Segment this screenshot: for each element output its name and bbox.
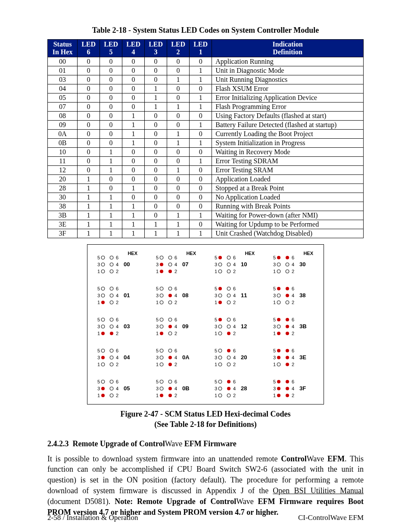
svg-point-94 (160, 318, 163, 321)
svg-text:1: 1 (215, 269, 217, 274)
svg-text:1: 1 (273, 331, 276, 336)
th-led4: LED4 (122, 40, 145, 57)
svg-text:3: 3 (273, 324, 276, 329)
cell-l4: 0 (122, 93, 145, 103)
cell-hex: 38 (48, 202, 78, 211)
svg-point-98 (160, 325, 163, 328)
svg-text:5: 5 (97, 348, 100, 353)
svg-point-151 (218, 294, 222, 297)
svg-text:4: 4 (233, 324, 236, 329)
svg-text:5: 5 (273, 317, 276, 322)
cell-l3: 0 (145, 193, 167, 202)
cell-l1: 0 (190, 202, 212, 211)
cell-l5: 0 (100, 130, 122, 139)
svg-text:3: 3 (97, 324, 100, 329)
cell-l1: 1 (190, 121, 212, 130)
cell-l4: 1 (122, 184, 145, 193)
cell-l4: 0 (122, 166, 145, 175)
svg-text:07: 07 (182, 261, 188, 268)
svg-text:6: 6 (292, 348, 294, 353)
cell-l2: 0 (167, 66, 190, 75)
svg-point-77 (168, 270, 172, 273)
svg-text:09: 09 (182, 323, 188, 330)
svg-point-142 (218, 270, 222, 273)
section-body: It is possible to download system firmwa… (47, 454, 364, 518)
table-row: 07000111Flash Programming Error (48, 103, 364, 112)
svg-point-195 (227, 394, 230, 397)
svg-text:5: 5 (156, 255, 159, 260)
cell-l6: 0 (78, 84, 100, 93)
svg-point-178 (227, 356, 230, 359)
cell-hex: 0B (48, 139, 78, 148)
svg-point-23 (101, 301, 105, 304)
svg-text:5: 5 (97, 379, 100, 384)
cell-l1: 1 (190, 75, 212, 84)
cell-l4: 0 (122, 66, 145, 75)
cell-l5: 0 (100, 84, 122, 93)
cell-l3: 0 (145, 75, 167, 84)
table-row: 3B111011Waiting for Power-down (after NM… (48, 211, 364, 220)
cell-l2: 1 (167, 75, 190, 84)
svg-text:4: 4 (116, 324, 118, 329)
svg-point-3 (110, 256, 113, 259)
svg-text:5: 5 (273, 255, 276, 260)
svg-text:2: 2 (174, 300, 177, 305)
svg-text:1: 1 (156, 331, 159, 336)
cell-l1: 1 (190, 157, 212, 166)
cell-l3: 0 (145, 202, 167, 211)
svg-point-62 (101, 394, 105, 397)
svg-text:3: 3 (156, 355, 159, 360)
led-block: 56341205 (96, 375, 139, 400)
svg-point-148 (227, 287, 230, 290)
svg-text:2: 2 (233, 300, 236, 305)
svg-text:6: 6 (174, 255, 177, 260)
svg-point-177 (218, 356, 222, 359)
table-row: 12010010Error Testing SRAM (48, 166, 364, 175)
svg-text:28: 28 (241, 385, 247, 392)
svg-text:5: 5 (215, 286, 217, 291)
status-table: StatusIn Hex LED6 LED5 LED4 LED3 LED2 LE… (47, 39, 364, 238)
cell-l1: 1 (190, 66, 212, 75)
svg-point-134 (218, 256, 222, 259)
svg-point-152 (227, 294, 230, 297)
cell-def: Error Testing SDRAM (212, 157, 364, 166)
svg-point-76 (160, 270, 163, 273)
led-block: 5634123B (272, 313, 315, 338)
svg-text:3E: 3E (299, 354, 306, 361)
svg-point-164 (218, 325, 222, 328)
svg-point-174 (227, 349, 230, 352)
svg-text:5: 5 (156, 317, 159, 322)
svg-point-2 (101, 256, 105, 259)
cell-l6: 0 (78, 148, 100, 157)
cell-l4: 1 (122, 229, 145, 238)
cell-l6: 0 (78, 57, 100, 66)
svg-text:2: 2 (116, 393, 118, 398)
svg-point-200 (277, 256, 280, 259)
svg-text:2: 2 (233, 331, 236, 336)
svg-text:1: 1 (97, 393, 100, 398)
svg-point-147 (218, 287, 222, 290)
table-row: 10010000Waiting in Recovery Mode (48, 148, 364, 157)
cell-l3: 0 (145, 130, 167, 139)
svg-point-253 (286, 380, 289, 383)
svg-text:3: 3 (97, 386, 100, 391)
svg-text:2: 2 (292, 300, 294, 305)
cell-def: Waiting in Recovery Mode (212, 148, 364, 157)
cell-hex: 07 (48, 103, 78, 112)
cell-l4: 0 (122, 148, 145, 157)
cell-def: Flash XSUM Error (212, 84, 364, 93)
cell-l2: 1 (167, 229, 190, 238)
svg-text:3: 3 (215, 324, 217, 329)
svg-point-221 (277, 301, 280, 304)
figure-led-diagram: HEX5634120056341201563412035634120456341… (87, 244, 324, 404)
cell-l5: 0 (100, 175, 122, 184)
svg-text:1: 1 (156, 393, 159, 398)
cell-l1: 1 (190, 229, 212, 238)
svg-point-124 (160, 387, 163, 390)
svg-point-239 (277, 349, 280, 352)
cell-l2: 1 (167, 220, 190, 229)
cell-def: Flash Programming Error (212, 103, 364, 112)
svg-text:03: 03 (124, 323, 130, 330)
cell-l2: 0 (167, 93, 190, 103)
cell-l3: 0 (145, 57, 167, 66)
